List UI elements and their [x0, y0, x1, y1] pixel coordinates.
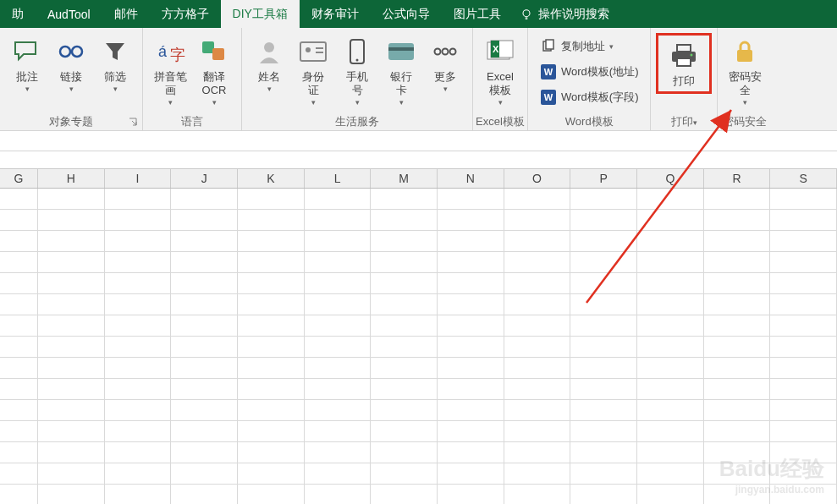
- svg-point-30: [691, 54, 693, 57]
- tab-finance[interactable]: 财务审计: [300, 0, 371, 28]
- phone-button[interactable]: 手机 号 ▾: [335, 33, 379, 108]
- help-search[interactable]: 操作说明搜索: [520, 0, 609, 28]
- svg-rect-31: [737, 50, 752, 62]
- formula-bar[interactable]: [0, 131, 837, 151]
- excel-template-button[interactable]: X Excel 模板 ▾: [478, 33, 522, 108]
- annotate-icon: [12, 39, 42, 64]
- copy-icon: [541, 39, 556, 54]
- group-excel: X Excel 模板 ▾ Excel模板: [473, 28, 528, 130]
- col-header[interactable]: R: [704, 169, 771, 188]
- chevron-down-icon: ▾: [355, 98, 360, 107]
- word-template-field-button[interactable]: W Word模板(字段): [535, 85, 643, 109]
- group-security: 密码安 全 ▾ 密码安全: [718, 28, 772, 130]
- tab-diy-toolbox[interactable]: DIY工具箱: [221, 0, 300, 28]
- col-header[interactable]: N: [438, 169, 504, 188]
- svg-point-20: [450, 49, 456, 55]
- col-header[interactable]: O: [504, 169, 571, 188]
- col-header[interactable]: J: [171, 169, 238, 188]
- spacer: [0, 151, 837, 169]
- chevron-down-icon: ▾: [693, 118, 697, 127]
- col-header[interactable]: K: [238, 169, 305, 188]
- tab-image[interactable]: 图片工具: [442, 0, 513, 28]
- chevron-down-icon: ▾: [609, 42, 614, 51]
- pinyin-icon: á字: [155, 38, 185, 65]
- svg-point-15: [356, 59, 359, 62]
- svg-rect-26: [546, 40, 553, 49]
- lightbulb-icon: [520, 8, 533, 21]
- chevron-down-icon: ▾: [498, 98, 503, 107]
- bankcard-icon: [387, 41, 416, 62]
- group-word: 复制地址 ▾ W Word模板(地址) W Word模板(字段) Word模板: [528, 28, 651, 130]
- filter-button[interactable]: 筛选 ▾: [93, 33, 137, 95]
- group-object: 批注 ▾ 链接 ▾ 筛选 ▾ 对象专题: [0, 28, 143, 130]
- svg-point-0: [523, 9, 530, 16]
- idcard-button[interactable]: 身份 证 ▾: [291, 33, 335, 108]
- tab-fangfang[interactable]: 方方格子: [150, 0, 221, 28]
- col-header[interactable]: I: [105, 169, 172, 188]
- chevron-down-icon: ▾: [743, 98, 747, 107]
- col-header[interactable]: L: [305, 169, 372, 188]
- group-print: 打印 打印▾: [651, 28, 718, 130]
- word-icon: W: [541, 90, 556, 105]
- help-search-label: 操作说明搜索: [538, 7, 609, 22]
- annotate-button[interactable]: 批注 ▾: [5, 33, 49, 95]
- chevron-down-icon: ▾: [399, 98, 404, 107]
- svg-rect-16: [388, 43, 414, 60]
- svg-text:字: 字: [170, 47, 185, 63]
- copy-address-button[interactable]: 复制地址 ▾: [535, 35, 643, 58]
- chevron-down-icon: ▾: [168, 98, 173, 107]
- ribbon: 批注 ▾ 链接 ▾ 筛选 ▾ 对象专题 á字 拼音笔 画 ▾: [0, 28, 837, 131]
- tab-audtool[interactable]: AudTool: [36, 0, 102, 28]
- svg-rect-7: [202, 41, 214, 53]
- filter-icon: [102, 39, 128, 64]
- tab-formula[interactable]: 公式向导: [371, 0, 442, 28]
- col-header[interactable]: M: [371, 169, 438, 188]
- svg-point-11: [306, 47, 311, 52]
- tab-help[interactable]: 助: [0, 0, 36, 28]
- svg-point-19: [443, 49, 449, 55]
- ocr-button[interactable]: 翻译 OCR ▾: [192, 33, 236, 108]
- group-life: 姓名 ▾ 身份 证 ▾ 手机 号 ▾ 银行 卡 ▾ 更多 ▾: [242, 28, 473, 130]
- name-button[interactable]: 姓名 ▾: [247, 33, 291, 95]
- chevron-down-icon: ▾: [443, 85, 448, 93]
- svg-rect-27: [677, 45, 691, 52]
- col-header[interactable]: S: [770, 169, 837, 188]
- pinyin-button[interactable]: á字 拼音笔 画 ▾: [148, 33, 192, 108]
- link-icon: [57, 39, 85, 64]
- link-button[interactable]: 链接 ▾: [49, 33, 93, 95]
- chevron-down-icon: ▾: [69, 85, 74, 93]
- column-headers: G H I J K L M N O P Q R S: [0, 169, 837, 189]
- chevron-down-icon: ▾: [25, 85, 30, 93]
- printer-icon: [669, 43, 699, 68]
- svg-rect-29: [677, 58, 691, 66]
- svg-point-18: [435, 49, 441, 55]
- chevron-down-icon: ▾: [113, 85, 118, 93]
- col-header[interactable]: H: [38, 169, 105, 188]
- chevron-down-icon: ▾: [267, 85, 272, 93]
- group-language: á字 拼音笔 画 ▾ 翻译 OCR ▾ 语言: [143, 28, 242, 130]
- col-header[interactable]: P: [570, 169, 637, 188]
- tab-bar: 助 AudTool 邮件 方方格子 DIY工具箱 财务审计 公式向导 图片工具 …: [0, 0, 837, 28]
- bank-button[interactable]: 银行 卡 ▾: [379, 33, 423, 108]
- chevron-down-icon: ▾: [311, 98, 316, 107]
- tab-mail[interactable]: 邮件: [102, 0, 150, 28]
- security-button[interactable]: 密码安 全 ▾: [723, 33, 767, 108]
- svg-text:á: á: [158, 43, 168, 60]
- translate-icon: [200, 39, 229, 64]
- spreadsheet-grid[interactable]: [0, 189, 837, 504]
- svg-point-4: [72, 47, 82, 57]
- print-button[interactable]: 打印: [656, 33, 712, 94]
- excel-template-icon: X: [484, 39, 516, 64]
- word-template-address-button[interactable]: W Word模板(地址): [535, 60, 643, 84]
- idcard-icon: [299, 41, 328, 63]
- svg-rect-17: [388, 47, 414, 51]
- col-header[interactable]: Q: [637, 169, 704, 188]
- person-icon: [256, 38, 283, 65]
- phone-icon: [348, 38, 366, 65]
- more-button[interactable]: 更多 ▾: [423, 33, 467, 95]
- dialog-launcher-icon[interactable]: [127, 116, 139, 128]
- col-header[interactable]: G: [0, 169, 38, 188]
- chevron-down-icon: ▾: [212, 98, 217, 107]
- word-icon: W: [541, 64, 556, 79]
- svg-rect-8: [212, 48, 224, 60]
